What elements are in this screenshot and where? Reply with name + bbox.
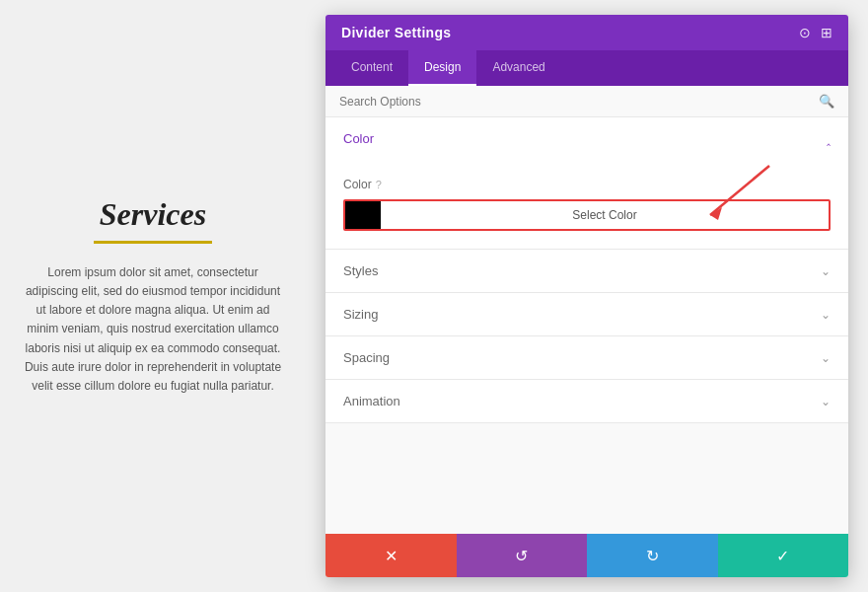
color-section: Color ‸ Color ? Select Color — [326, 117, 848, 250]
styles-section: Styles ⌄ — [326, 250, 848, 293]
sizing-section-header[interactable]: Sizing ⌄ — [326, 293, 848, 335]
animation-chevron-icon: ⌄ — [821, 395, 831, 408]
save-button[interactable]: ✓ — [718, 534, 849, 577]
styles-section-title: Styles — [343, 263, 378, 278]
services-title: Services — [100, 196, 206, 233]
color-field-row: Color ? — [343, 178, 831, 191]
modal-header: Divider Settings ⊙ ⊞ — [326, 15, 848, 50]
sizing-chevron-icon: ⌄ — [821, 308, 831, 322]
reset-button[interactable]: ↺ — [457, 534, 588, 577]
styles-chevron-icon: ⌄ — [821, 264, 831, 278]
modal-tabs: Content Design Advanced — [326, 50, 848, 86]
color-picker-row: Select Color — [343, 199, 831, 231]
modal-body: Color ‸ Color ? Select Color — [326, 117, 848, 534]
services-divider — [94, 241, 212, 244]
divider-settings-modal: Divider Settings ⊙ ⊞ Content Design Adva… — [326, 15, 848, 577]
animation-section-header[interactable]: Animation ⌄ — [326, 380, 848, 422]
cancel-button[interactable]: ✕ — [326, 534, 457, 577]
animation-section-title: Animation — [343, 394, 400, 408]
color-picker-button[interactable]: Select Color — [343, 199, 831, 231]
tab-content[interactable]: Content — [335, 50, 408, 86]
color-section-content: Color ? Select Color — [326, 160, 848, 249]
select-color-label: Select Color — [381, 208, 829, 222]
color-section-header[interactable]: Color ‸ — [326, 117, 848, 160]
sizing-section-title: Sizing — [343, 307, 378, 322]
spacing-section-header[interactable]: Spacing ⌄ — [326, 336, 848, 379]
redo-button[interactable]: ↻ — [587, 534, 718, 577]
modal-header-actions: ⊙ ⊞ — [799, 25, 832, 40]
styles-section-header[interactable]: Styles ⌄ — [326, 250, 848, 292]
color-section-title: Color — [343, 131, 374, 146]
left-panel: Services Lorem ipsum dolor sit amet, con… — [0, 0, 306, 592]
modal-title: Divider Settings — [341, 25, 451, 40]
color-swatch — [345, 201, 381, 229]
color-field-label: Color ? — [343, 178, 382, 191]
spacing-chevron-icon: ⌄ — [821, 351, 831, 365]
services-body: Lorem ipsum dolor sit amet, consectetur … — [20, 263, 286, 396]
tab-advanced[interactable]: Advanced — [476, 50, 560, 86]
color-chevron-icon: ‸ — [827, 132, 831, 146]
search-icon: 🔍 — [819, 94, 834, 109]
settings-icon[interactable]: ⊙ — [799, 25, 811, 40]
search-input[interactable] — [339, 95, 785, 109]
animation-section: Animation ⌄ — [326, 380, 848, 423]
tab-design[interactable]: Design — [408, 50, 476, 86]
expand-icon[interactable]: ⊞ — [821, 25, 832, 40]
modal-footer: ✕ ↺ ↻ ✓ — [326, 534, 848, 577]
spacing-section-title: Spacing — [343, 350, 390, 365]
color-help-icon[interactable]: ? — [376, 179, 382, 190]
search-bar: 🔍 — [326, 86, 848, 117]
spacing-section: Spacing ⌄ — [326, 336, 848, 380]
sizing-section: Sizing ⌄ — [326, 293, 848, 336]
